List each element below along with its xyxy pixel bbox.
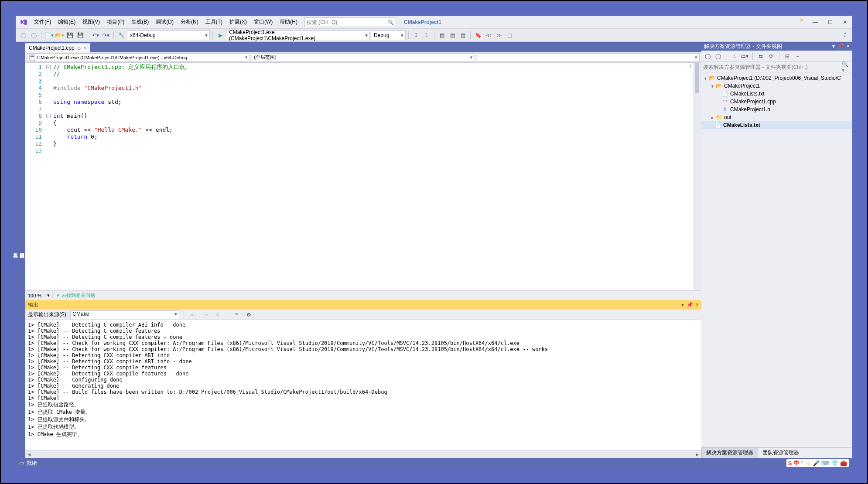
se-back-icon[interactable]: ◯ (703, 52, 712, 61)
skin-icon[interactable]: 👕 (831, 460, 838, 467)
new-item-button[interactable]: 📄▾ (44, 31, 54, 40)
se-collapse-all-icon[interactable]: − (793, 52, 802, 61)
back-button[interactable]: ◯ (18, 31, 28, 40)
output-text[interactable]: 1> [CMake] -- Detecting C compiler ABI i… (25, 320, 701, 450)
output-wrap-icon[interactable]: ≡ (232, 310, 241, 320)
menu-tools[interactable]: 工具(T) (202, 17, 226, 27)
open-button[interactable]: 📂▾ (55, 31, 64, 40)
scroll-right-icon[interactable]: ▸ (694, 450, 701, 458)
tab-pin-icon[interactable]: ⊙ (77, 46, 81, 51)
tree-file-cmakelists[interactable]: 📄 CMakeLists.txt (701, 90, 852, 98)
scroll-left-icon[interactable]: ◂ (25, 450, 33, 458)
output-clear-icon[interactable]: ✕ (213, 310, 222, 320)
menu-view[interactable]: 视图(V) (79, 17, 103, 27)
startup-item-dropdown[interactable]: CMakeProject1.exe (CMakeProject1\CMakePr… (226, 31, 370, 40)
window-close-button[interactable]: ✕ (837, 17, 852, 27)
vertical-scrollbar[interactable] (694, 63, 701, 290)
menu-debug[interactable]: 调试(D) (152, 17, 177, 27)
output-next-icon[interactable]: ⇥ (201, 310, 210, 320)
sogou-icon[interactable]: S (788, 460, 792, 467)
menu-help[interactable]: 帮助(H) (276, 17, 301, 27)
code-body[interactable]: // CMakeProject1.cpp: 定义应用程序的入口点。 // #in… (51, 63, 694, 290)
menu-build[interactable]: 生成(B) (128, 17, 152, 27)
split-icon[interactable]: ↕ (687, 63, 694, 69)
nav-scope-right[interactable]: (全局范围) (252, 53, 475, 62)
menu-extensions[interactable]: 扩展(X) (226, 17, 250, 27)
panel-close-icon[interactable]: × (847, 43, 850, 49)
quick-launch-input[interactable] (307, 19, 387, 25)
output-pin-icon[interactable]: 📌 (687, 302, 693, 308)
wrench-icon[interactable]: 🔧 (116, 31, 126, 40)
output-source-dropdown[interactable]: CMake (70, 310, 179, 319)
step-into-icon[interactable]: ↧ (411, 31, 421, 40)
nav-member-dropdown[interactable] (477, 53, 700, 62)
panel-dropdown-icon[interactable]: ▾ (832, 43, 835, 49)
mic-icon[interactable]: 🎤 (813, 460, 820, 467)
tab-close-icon[interactable]: × (83, 45, 86, 51)
tab-team-explorer[interactable]: 团队资源管理器 (758, 448, 803, 458)
outdent-icon[interactable]: ▤ (448, 31, 457, 40)
solution-search[interactable]: 🔍▾ (701, 62, 852, 72)
menu-edit[interactable]: 编辑(E) (55, 17, 79, 27)
keyboard-icon[interactable]: ⌨ (821, 460, 830, 467)
se-forward-icon[interactable]: ◯ (714, 52, 722, 61)
tree-folder-out[interactable]: ▸ 📁 out (701, 113, 852, 121)
se-switch-icon[interactable]: 🗂▾ (740, 52, 749, 61)
step-over-icon[interactable]: ⤵ (422, 31, 431, 40)
fold-gutter[interactable]: − − (45, 63, 51, 290)
menu-file[interactable]: 文件(F) (31, 17, 55, 27)
smile-icon[interactable]: ☺ (805, 460, 811, 467)
notifications-icon[interactable]: 🏳 (799, 17, 804, 27)
output-close-icon[interactable]: × (696, 302, 699, 308)
debug-type-dropdown[interactable]: Debug (371, 31, 406, 40)
editor-tab-active[interactable]: CMakeProject1.cpp ⊙ × (25, 43, 90, 52)
menu-project[interactable]: 项目(P) (103, 17, 128, 27)
bookmark-icon[interactable]: 🔖 (473, 31, 483, 40)
tree-root[interactable]: ▾ 📂 CMakeProject1 (D:\002_Project\006_Vi… (701, 74, 852, 82)
punct-icon[interactable]: ° (801, 460, 803, 467)
se-collapse-icon[interactable]: ⊟ (783, 52, 792, 61)
solution-config-dropdown[interactable]: x64-Debug (127, 31, 210, 40)
ime-tray[interactable]: S 中 ° ☺ 🎤 ⌨ 👕 🧰 (786, 459, 849, 467)
nav-scope-left[interactable]: CMakeProject1.exe (CMakeProject1\CMakePr… (27, 53, 250, 62)
redo-button[interactable]: ↷▾ (101, 31, 111, 40)
output-settings-icon[interactable]: ⚙ (244, 310, 253, 320)
se-sync-icon[interactable]: ⇆ (756, 52, 765, 61)
panel-pin-icon[interactable]: 📌 (837, 43, 844, 49)
tree-toggle-icon[interactable]: ▾ (709, 84, 715, 89)
zoom-level[interactable]: 100 % (25, 293, 44, 298)
zoom-dropdown-icon[interactable]: ▾ (44, 293, 53, 298)
save-button[interactable]: 💾 (65, 31, 75, 40)
prev-bookmark-icon[interactable]: ≪ (484, 31, 493, 40)
solution-tree[interactable]: ▾ 📂 CMakeProject1 (D:\002_Project\006_Vi… (701, 72, 852, 447)
toolbox-icon[interactable]: 🧰 (840, 460, 847, 467)
next-bookmark-icon[interactable]: ≫ (494, 31, 504, 40)
menu-analyze[interactable]: 分析(N) (177, 17, 202, 27)
tree-file-root-cmakelists[interactable]: 📄 CMakeLists.txt (701, 121, 852, 129)
start-debug-button[interactable]: ▶ (215, 31, 225, 40)
solution-search-input[interactable] (703, 64, 840, 70)
output-horizontal-scrollbar[interactable]: ◂ ▸ (25, 450, 701, 458)
clear-bookmark-icon[interactable]: ▢ (505, 31, 514, 40)
comment-icon[interactable]: ▤ (458, 31, 468, 40)
chinese-mode-icon[interactable]: 中 (794, 459, 800, 467)
quick-launch-search[interactable]: 🔍 (304, 17, 396, 27)
output-prev-icon[interactable]: ⇤ (188, 310, 198, 320)
save-all-button[interactable]: 💾 (75, 31, 85, 40)
tab-solution-explorer[interactable]: 解决方案资源管理器 (701, 447, 758, 458)
tree-file-cpp[interactable]: ⁺⁺ CMakeProject1.cpp (701, 98, 852, 106)
code-editor[interactable]: 12345678910111213 − − // CMakeProject1.c… (25, 63, 701, 290)
window-minimize-button[interactable]: — (808, 17, 823, 27)
output-dropdown-icon[interactable]: ▾ (681, 302, 684, 308)
indent-icon[interactable]: ▤ (437, 31, 447, 40)
tree-toggle-icon[interactable]: ▾ (702, 76, 708, 81)
live-share-icon[interactable]: ⤴ (840, 31, 850, 40)
solution-explorer-titlebar[interactable]: 解决方案资源管理器 - 文件夹视图 ▾ 📌 × (701, 42, 852, 51)
se-home-icon[interactable]: ⌂ (730, 52, 738, 61)
forward-button[interactable]: ◯ (29, 31, 38, 40)
output-panel-titlebar[interactable]: 输出 ▾ 📌 × (25, 300, 701, 310)
tree-toggle-icon[interactable]: ▸ (709, 115, 715, 120)
tree-file-header[interactable]: h CMakeProject1.h (701, 106, 852, 113)
se-refresh-icon[interactable]: ⟳ (767, 52, 776, 61)
undo-button[interactable]: ↶▾ (91, 31, 100, 40)
